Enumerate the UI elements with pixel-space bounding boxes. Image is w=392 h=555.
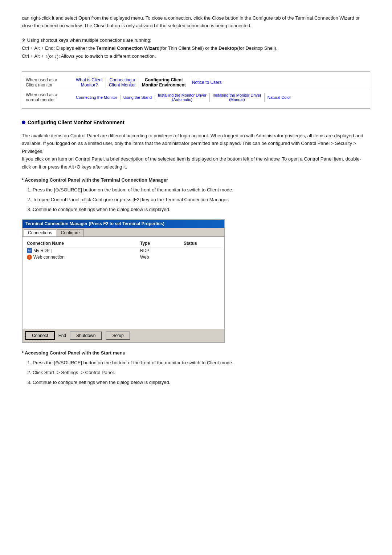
setup-button[interactable]: Setup bbox=[106, 331, 130, 340]
nav-item-configuring[interactable]: Configuring ClientMonitor Environment bbox=[139, 77, 189, 88]
table-row[interactable]: M My RDP | RDP bbox=[25, 247, 221, 254]
rdp-icon: M bbox=[27, 248, 32, 253]
nav-items-client: What is ClientMonitor? Connecting aClien… bbox=[73, 77, 366, 88]
section-heading-text: Configuring Client Monitor Environment bbox=[28, 119, 124, 125]
sub-heading-1: * Accessing Control Panel with the Termi… bbox=[22, 177, 370, 183]
rdp-type: RDP bbox=[140, 248, 184, 253]
tcm-tabs: Connections Configure bbox=[23, 228, 224, 237]
steps-list-2: Press the [⊕/SOURCE] button on the botto… bbox=[33, 359, 370, 386]
navigation-table: When used as aClient monitor What is Cli… bbox=[22, 71, 370, 109]
tcm-table-header: Connection Name Type Status bbox=[25, 240, 221, 247]
nav-item-connecting-monitor[interactable]: Connecting the Monitor bbox=[73, 95, 121, 100]
shortcut2: Ctrl + Alt + ↑(or ↓): Allows you to swit… bbox=[22, 52, 370, 60]
step-1-2: To open Control Panel, click Configure o… bbox=[33, 196, 370, 204]
step-1-3: Continue to configure settings when the … bbox=[33, 206, 370, 214]
intro-paragraph: can right-click it and select Open from … bbox=[22, 15, 370, 30]
nav-item-installing-manual[interactable]: Installing the Monitor Driver(Manual) bbox=[210, 93, 265, 102]
web-type: Web bbox=[140, 255, 184, 260]
nav-label-normal: When used as anormal monitor bbox=[26, 92, 73, 102]
sub-heading-2: * Accessing Control Panel with the Start… bbox=[22, 350, 370, 356]
nav-item-installing-auto[interactable]: Installing the Monitor Driver(Automatic) bbox=[155, 93, 210, 102]
connection-name-rdp: M My RDP | bbox=[27, 248, 140, 253]
end-button[interactable]: End bbox=[58, 333, 66, 338]
nav-item-natural-color[interactable]: Natural Color bbox=[265, 95, 294, 100]
col-header-type: Type bbox=[140, 241, 184, 246]
rdp-indicator: | bbox=[51, 249, 52, 253]
table-row[interactable]: e Web connection Web bbox=[25, 254, 221, 260]
connect-button[interactable]: Connect bbox=[25, 331, 55, 340]
nav-label-client: When used as aClient monitor bbox=[26, 77, 73, 88]
step-2-1: Press the [⊕/SOURCE] button on the botto… bbox=[33, 359, 370, 367]
connection-name-web: e Web connection bbox=[27, 255, 140, 260]
nav-item-connecting-client[interactable]: Connecting aClient Monitor bbox=[106, 77, 139, 88]
web-icon: e bbox=[27, 255, 32, 260]
web-label: Web connection bbox=[33, 255, 65, 260]
shutdown-button[interactable]: Shutdown bbox=[70, 331, 102, 340]
step-2-2: Click Start -> Settings -> Control Panel… bbox=[33, 369, 370, 377]
bullet-icon bbox=[22, 121, 25, 124]
nav-row-normal: When used as anormal monitor Connecting … bbox=[22, 90, 370, 105]
step-1-1: Press the [⊕/SOURCE] button on the botto… bbox=[33, 186, 370, 194]
tcm-footer: Connect End Shutdown Setup bbox=[23, 329, 224, 342]
steps-list-1: Press the [⊕/SOURCE] button on the botto… bbox=[33, 186, 370, 213]
nav-item-using-stand[interactable]: Using the Stand bbox=[121, 95, 155, 100]
section-heading: Configuring Client Monitor Environment bbox=[22, 119, 370, 125]
shortcut-intro: ※ Using shortcut keys when multiple conn… bbox=[22, 36, 370, 44]
rdp-label: My RDP bbox=[33, 248, 50, 253]
nav-row-client: When used as aClient monitor What is Cli… bbox=[22, 75, 370, 90]
body-text-1: The available items on Control Panel are… bbox=[22, 132, 370, 171]
tcm-body: Connection Name Type Status M My RDP | R… bbox=[23, 237, 224, 329]
col-header-name: Connection Name bbox=[27, 241, 140, 246]
nav-item-notice[interactable]: Notice to Users bbox=[189, 80, 225, 85]
tcm-tab-configure[interactable]: Configure bbox=[57, 229, 84, 236]
step-2-3: Continue to configure settings when the … bbox=[33, 379, 370, 386]
tcm-empty-space bbox=[25, 260, 221, 326]
tcm-titlebar: Terminal Connection Manager (Press F2 to… bbox=[23, 220, 224, 228]
nav-item-what-is[interactable]: What is ClientMonitor? bbox=[73, 77, 106, 88]
nav-items-normal: Connecting the Monitor Using the Stand I… bbox=[73, 92, 366, 102]
shortcut-section: ※ Using shortcut keys when multiple conn… bbox=[22, 36, 370, 60]
tcm-tab-connections[interactable]: Connections bbox=[24, 229, 56, 236]
tcm-dialog: Terminal Connection Manager (Press F2 to… bbox=[22, 219, 225, 343]
shortcut1: Ctrl + Alt + End: Displays either the Te… bbox=[22, 44, 370, 52]
col-header-status: Status bbox=[184, 241, 220, 246]
